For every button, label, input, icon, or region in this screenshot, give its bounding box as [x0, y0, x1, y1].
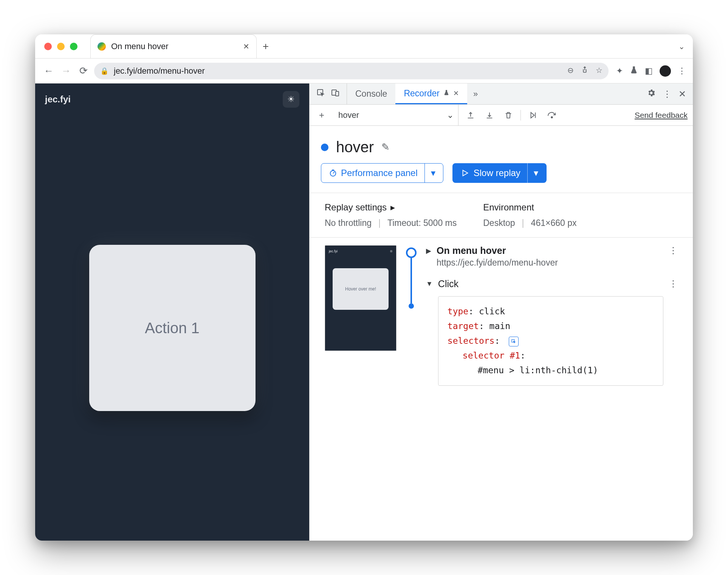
chevron-right-icon: ▶	[426, 247, 431, 255]
close-devtools-icon[interactable]: ✕	[678, 89, 686, 99]
url-text: jec.fyi/demo/menu-hover	[114, 66, 205, 76]
titlebar: On menu hover ✕ + ⌄	[35, 34, 693, 59]
timeline-step-icon	[409, 303, 414, 309]
screenshot-thumbnail[interactable]: jec.fyi Hover over me!	[325, 245, 397, 351]
theme-toggle-button[interactable]: ☀	[283, 91, 299, 108]
step-more-icon[interactable]: ⋮	[669, 278, 678, 289]
hover-card[interactable]: Action 1	[89, 245, 256, 411]
tab-overflow-icon[interactable]: »	[467, 83, 484, 104]
env-size: 461×660 px	[531, 218, 577, 228]
browser-window: On menu hover ✕ + ⌄ ← → ⟳ 🔒 jec.fyi/demo…	[35, 34, 693, 541]
extension-icons: ✦ ◧ ⋮	[612, 65, 686, 77]
devtools-tabbar: Console Recorder ✕ » ⋮	[310, 83, 693, 105]
window-controls	[35, 34, 87, 58]
delete-icon[interactable]	[502, 108, 515, 122]
recorder-body: hover ✎ Performance panel ▾ Slow replay …	[310, 126, 693, 541]
throttling-value: No throttling	[325, 218, 372, 228]
toolbar: ← → ⟳ 🔒 jec.fyi/demo/menu-hover ⊖ ☆ ✦ ◧ …	[35, 59, 693, 83]
panel-icon[interactable]: ◧	[645, 66, 653, 76]
lock-icon: 🔒	[100, 67, 108, 75]
recording-indicator-icon	[321, 144, 328, 151]
step-icon[interactable]	[526, 108, 540, 122]
chevron-down-icon[interactable]: ▾	[424, 164, 435, 182]
replay-settings: Replay settings ▸ No throttling | Timeou…	[310, 193, 693, 238]
tab-console[interactable]: Console	[347, 83, 395, 104]
new-recording-button[interactable]: +	[315, 108, 328, 122]
extensions-icon[interactable]: ✦	[616, 66, 623, 76]
forward-button[interactable]: →	[59, 64, 73, 78]
labs-icon[interactable]	[630, 66, 638, 76]
favicon-icon	[98, 42, 106, 51]
reload-button[interactable]: ⟳	[77, 64, 90, 78]
recorder-toolbar: + hover ⌄	[310, 105, 693, 126]
page-brand[interactable]: jec.fyi	[45, 94, 71, 105]
profile-avatar[interactable]	[660, 65, 671, 77]
recording-header: hover ✎	[310, 126, 693, 163]
chevron-right-icon: ▸	[390, 202, 395, 213]
device-toggle-icon[interactable]	[331, 88, 340, 100]
minimize-window-icon[interactable]	[57, 43, 65, 50]
tab-close-icon[interactable]: ✕	[243, 42, 249, 51]
step-details: type: click target: main selectors: sele…	[438, 296, 663, 386]
share-icon[interactable]	[581, 66, 589, 76]
chevron-down-icon: ⌄	[447, 110, 454, 120]
browser-tab[interactable]: On menu hover ✕	[90, 34, 257, 58]
bookmark-icon[interactable]: ☆	[596, 66, 603, 76]
step-timeline	[404, 245, 418, 386]
card-label: Action 1	[145, 320, 200, 337]
chevron-down-icon[interactable]: ▾	[527, 163, 538, 183]
import-icon[interactable]	[483, 108, 496, 122]
tab-recorder[interactable]: Recorder ✕	[395, 83, 467, 104]
selector-picker-icon[interactable]	[509, 337, 519, 346]
timeout-value: Timeout: 5000 ms	[387, 218, 457, 228]
new-tab-button[interactable]: +	[257, 34, 275, 58]
pin-icon	[443, 90, 449, 97]
step-over-icon[interactable]	[545, 108, 559, 122]
tab-overflow-icon[interactable]: ⌄	[670, 34, 693, 58]
svg-rect-2	[336, 91, 339, 96]
devtools-panel: Console Recorder ✕ » ⋮	[309, 83, 693, 541]
address-bar[interactable]: 🔒 jec.fyi/demo/menu-hover ⊖ ☆	[94, 63, 609, 79]
edit-title-icon[interactable]: ✎	[381, 141, 390, 153]
tab-close-icon[interactable]: ✕	[453, 89, 459, 97]
environment-heading: Environment	[483, 202, 576, 213]
page-viewport: jec.fyi ☀ Action 1	[35, 83, 309, 541]
send-feedback-link[interactable]: Send feedback	[635, 111, 688, 120]
recording-select[interactable]: hover ⌄	[334, 105, 458, 125]
recording-title: hover	[336, 139, 374, 156]
tab-title: On menu hover	[111, 42, 169, 51]
close-window-icon[interactable]	[44, 43, 52, 50]
replay-settings-heading[interactable]: Replay settings ▸	[325, 202, 457, 213]
env-device: Desktop	[483, 218, 515, 228]
menu-icon[interactable]: ⋮	[678, 66, 686, 76]
step-click[interactable]: ▼ Click type: click target: main selecto…	[426, 278, 678, 386]
performance-panel-button[interactable]: Performance panel ▾	[321, 163, 443, 183]
step-navigate[interactable]: ▶ On menu hover https://jec.fyi/demo/men…	[426, 245, 678, 268]
slow-replay-button[interactable]: Slow replay ▾	[452, 163, 547, 183]
step-more-icon[interactable]: ⋮	[669, 245, 678, 256]
chevron-down-icon: ▼	[426, 280, 433, 288]
maximize-window-icon[interactable]	[70, 43, 77, 50]
export-icon[interactable]	[464, 108, 477, 122]
timeline-start-icon	[406, 247, 417, 258]
inspect-icon[interactable]	[316, 88, 325, 100]
svg-point-4	[330, 171, 336, 176]
settings-icon[interactable]	[647, 88, 656, 100]
more-icon[interactable]: ⋮	[663, 89, 672, 99]
svg-point-3	[551, 116, 553, 118]
back-button[interactable]: ←	[42, 64, 56, 78]
zoom-out-icon[interactable]: ⊖	[567, 66, 574, 76]
